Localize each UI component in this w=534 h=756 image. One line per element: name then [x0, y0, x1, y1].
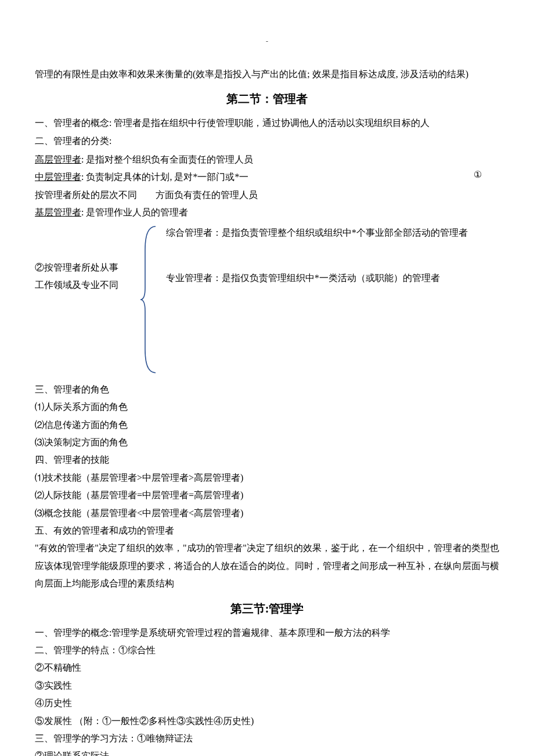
page: - 管理的有限性是由效率和效果来衡量的(效率是指投入与产出的比值; 效果是指目标… [0, 0, 534, 756]
base-level-text: : 是管理作业人员的管理者 [81, 207, 188, 217]
skill-3: ⑶概念技能（基层管理者<中层管理者<高层管理者) [35, 505, 499, 522]
s2-concept: 一、管理者的概念: 管理者是指在组织中行使管理职能，通过协调他人的活动以实现组织… [35, 114, 499, 132]
role-3: ⑶决策制定方面的角色 [35, 434, 499, 451]
base-level-label: 基层管理者 [35, 207, 81, 217]
header-dash: - [35, 35, 499, 48]
role-2: ⑵信息传递方面的角色 [35, 416, 499, 434]
high-level-label: 高层管理者 [35, 154, 81, 164]
role-1: ⑴人际关系方面的角色 [35, 398, 499, 416]
skill-2: ⑵人际技能（基层管理者=中层管理者=高层管理者) [35, 487, 499, 504]
layer-note: 按管理者所处的层次不同 方面负有责任的管理人员 [35, 186, 499, 204]
method-2: ②理论联系实际法 [35, 747, 499, 756]
s2-classification-heading: 二、管理者的分类: [35, 132, 499, 150]
feature-5: ⑤发展性 （附：①一般性②多科性③实践性④历史性) [35, 712, 499, 730]
s2-effective-heading: 五、有效的管理者和成功的管理者 [35, 522, 499, 539]
mid-level-label: 中层管理者 [35, 172, 81, 182]
skill-1: ⑴技术技能（基层管理者>中层管理者>高层管理者) [35, 469, 499, 487]
feature-2: ②不精确性 [35, 659, 499, 676]
high-level-text: : 是指对整个组织负有全面责任的管理人员 [81, 154, 253, 164]
s3-features-heading: 二、管理学的特点：①综合性 [35, 642, 499, 659]
mid-level-row: 中层管理者: 负责制定具体的计划, 是对*一部门或*一 [35, 168, 499, 186]
s2-effective-body: "有效的管理者"决定了组织的效率，"成功的管理者"决定了组织的效果，鉴于此，在一… [35, 539, 499, 592]
section-3-title: 第三节:管理学 [35, 597, 499, 620]
comprehensive-manager: 综合管理者：是指负责管理整个组织或组织中*个事业部全部活动的管理者 [166, 224, 499, 242]
intro-paragraph: 管理的有限性是由效率和效果来衡量的(效率是指投入与产出的比值; 效果是指目标达成… [35, 66, 499, 83]
cat2-line1: ②按管理者所处从事 [35, 259, 139, 276]
s2-roles-heading: 三、管理者的角色 [35, 381, 499, 398]
section-2-title: 第二节：管理者 [35, 88, 499, 110]
domain-classification-block: ②按管理者所处从事 工作领域及专业不同 综合管理者：是指负责管理整个组织或组织中… [35, 224, 499, 381]
level-classification-block: ① 高层管理者: 是指对整个组织负有全面责任的管理人员 中层管理者: 负责制定具… [35, 151, 499, 222]
feature-4: ④历史性 [35, 694, 499, 712]
s3-concept: 一、管理学的概念:管理学是系统研究管理过程的普遍规律、基本原理和一般方法的科学 [35, 624, 499, 642]
cat2-line2: 工作领域及专业不同 [35, 276, 139, 294]
brace-icon [139, 224, 160, 381]
s3-methods-heading: 三、管理学的学习方法：①唯物辩证法 [35, 730, 499, 747]
base-level-row: 基层管理者: 是管理作业人员的管理者 [35, 204, 499, 221]
domain-classification-left: ②按管理者所处从事 工作领域及专业不同 [35, 224, 139, 294]
high-level-row: 高层管理者: 是指对整个组织负有全面责任的管理人员 [35, 151, 499, 168]
s2-skills-heading: 四、管理者的技能 [35, 451, 499, 469]
feature-3: ③实践性 [35, 677, 499, 694]
professional-manager: 专业管理者：是指仅负责管理组织中*一类活动（或职能）的管理者 [166, 269, 499, 287]
mid-level-text: : 负责制定具体的计划, 是对*一部门或*一 [81, 172, 248, 182]
